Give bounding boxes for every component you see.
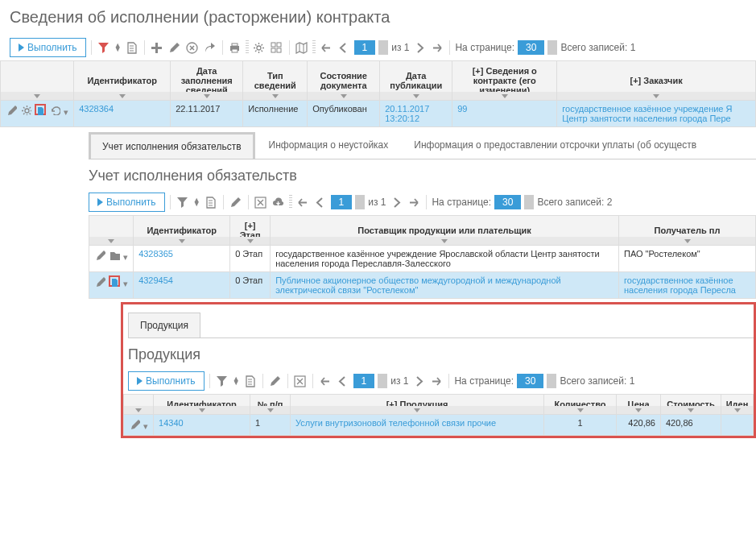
prev-page-icon[interactable] — [337, 40, 351, 55]
settings-icon[interactable] — [252, 40, 266, 55]
prev-page-icon[interactable] — [336, 374, 350, 388]
gear-row-icon[interactable] — [20, 104, 31, 115]
per-page-value[interactable]: 30 — [517, 374, 543, 388]
col-type[interactable]: Тип сведений — [243, 61, 308, 101]
export-icon[interactable] — [203, 40, 217, 55]
col-ident[interactable]: Иден — [721, 395, 754, 415]
col-supplier[interactable]: Поставщик продукции или плательщик — [271, 216, 619, 246]
table-row[interactable]: ▾ 14340 1 Услуги внутризоновой телефонно… — [124, 415, 754, 436]
next-page-icon[interactable] — [411, 374, 426, 388]
folder-icon[interactable] — [109, 249, 120, 260]
delete-icon[interactable] — [185, 40, 200, 55]
cell-id[interactable]: 4329454 — [138, 275, 173, 285]
col-recipient[interactable]: Получатель пл — [619, 216, 756, 246]
col-id[interactable]: Идентификатор — [74, 61, 171, 101]
first-page-icon[interactable] — [319, 40, 333, 55]
cell-id[interactable]: 4328364 — [79, 104, 114, 114]
col-id[interactable]: Идентификатор — [154, 395, 250, 415]
cell-id[interactable]: 14340 — [159, 418, 184, 428]
cell-fill-date: 22.11.2017 — [171, 101, 243, 127]
cell-pub-date[interactable]: 20.11.2017 13:20:12 — [385, 104, 429, 123]
products-table: Идентификатор № п/п [+] Продукция Количе… — [123, 394, 754, 436]
grid-icon[interactable] — [270, 40, 284, 55]
next-page-icon[interactable] — [412, 40, 427, 55]
cell-stage: 0 Этап — [230, 246, 271, 272]
sub-table: Идентификатор [+] Этап Поставщик продукц… — [89, 215, 756, 299]
edit-icon[interactable] — [268, 374, 283, 388]
per-page-value[interactable]: 30 — [518, 40, 544, 55]
excel-icon[interactable] — [254, 195, 268, 209]
first-page-icon[interactable] — [295, 195, 310, 209]
document-icon[interactable] — [243, 374, 258, 388]
sort-toggle[interactable]: ▲▼ — [114, 43, 122, 52]
last-page-icon[interactable] — [429, 374, 444, 388]
per-page-label: На странице: — [454, 375, 514, 387]
play-icon — [137, 377, 143, 385]
edit-row-icon[interactable] — [6, 104, 17, 115]
col-product[interactable]: [+] Продукция — [291, 395, 544, 415]
table-row[interactable]: ▾ 4328364 22.11.2017 Исполнение Опублико… — [1, 101, 756, 127]
filter-icon[interactable] — [97, 40, 111, 55]
edit-icon[interactable] — [229, 195, 243, 209]
cell-price: 420,86 — [617, 415, 661, 436]
col-doc-state[interactable]: Состояние документа — [308, 61, 380, 101]
col-contract-info[interactable]: [+] Сведения о контракте (его изменении) — [452, 61, 557, 101]
map-icon[interactable] — [295, 40, 309, 55]
edit-icon[interactable] — [167, 40, 182, 55]
page-number[interactable]: 1 — [354, 40, 376, 55]
execute-label: Выполнить — [106, 197, 156, 208]
execute-label: Выполнить — [27, 42, 77, 53]
last-page-icon[interactable] — [430, 40, 444, 55]
print-icon[interactable] — [228, 40, 242, 55]
sort-toggle[interactable]: ▲▼ — [193, 198, 200, 206]
execute-button[interactable]: Выполнить — [128, 371, 204, 391]
document-icon[interactable] — [125, 40, 139, 55]
folder-open-icon[interactable] — [35, 104, 46, 115]
col-pub-date[interactable]: Дата публикации — [380, 61, 452, 101]
cell-contract-info[interactable]: 99 — [457, 104, 467, 114]
col-cost[interactable]: Стоимость — [661, 395, 721, 415]
page-number[interactable]: 1 — [353, 374, 375, 388]
col-actions — [89, 216, 134, 246]
col-qty[interactable]: Количество — [544, 395, 617, 415]
folder-open-icon[interactable] — [109, 275, 120, 287]
last-page-icon[interactable] — [407, 195, 421, 209]
excel-icon[interactable] — [293, 374, 308, 388]
col-stage[interactable]: [+] Этап — [230, 216, 271, 246]
cell-supplier[interactable]: Публичное акционерное общество междугоро… — [275, 275, 561, 295]
execute-button[interactable]: Выполнить — [10, 38, 86, 57]
cell-id[interactable]: 4328365 — [138, 249, 173, 259]
per-page-value[interactable]: 30 — [494, 195, 521, 209]
download-icon[interactable] — [271, 195, 286, 209]
col-customer[interactable]: [+] Заказчик — [557, 61, 756, 101]
document-icon[interactable] — [204, 195, 218, 209]
col-fill-date[interactable]: Дата заполнения сведений — [171, 61, 243, 101]
prev-page-icon[interactable] — [313, 195, 328, 209]
cell-product[interactable]: Услуги внутризоновой телефонной связи пр… — [295, 418, 496, 428]
table-row[interactable]: ▾ 4329454 0 Этап Публичное акционерное о… — [89, 272, 756, 299]
col-price[interactable]: Цена — [617, 395, 661, 415]
add-icon[interactable] — [150, 40, 164, 55]
filter-icon[interactable] — [176, 195, 190, 209]
reload-row-icon[interactable] — [49, 104, 60, 115]
cell-recipient[interactable]: государственное казённое населения город… — [624, 275, 736, 295]
product-tabs: Продукция — [128, 313, 754, 338]
execute-button[interactable]: Выполнить — [89, 193, 165, 212]
edit-row-icon[interactable] — [129, 418, 140, 429]
edit-row-icon[interactable] — [94, 275, 105, 287]
total-records-label: Всего записей: 1 — [560, 375, 634, 387]
table-row[interactable]: ▾ 4328365 0 Этап государственное казённо… — [89, 246, 756, 272]
tab-deferment[interactable]: Информация о предоставлении отсрочки упл… — [402, 132, 708, 159]
col-id[interactable]: Идентификатор — [134, 216, 230, 246]
col-num[interactable]: № п/п — [250, 395, 291, 415]
tab-penalties[interactable]: Информация о неустойках — [257, 132, 401, 159]
cell-customer[interactable]: государственное казённое учреждение Я Це… — [562, 104, 732, 123]
tab-obligations[interactable]: Учет исполнения обязательств — [89, 132, 255, 159]
edit-row-icon[interactable] — [94, 249, 105, 260]
tab-products[interactable]: Продукция — [128, 313, 200, 337]
sort-toggle[interactable]: ▲▼ — [233, 377, 240, 385]
next-page-icon[interactable] — [389, 195, 403, 209]
first-page-icon[interactable] — [318, 374, 333, 388]
page-number[interactable]: 1 — [331, 195, 353, 209]
filter-icon[interactable] — [215, 374, 229, 388]
